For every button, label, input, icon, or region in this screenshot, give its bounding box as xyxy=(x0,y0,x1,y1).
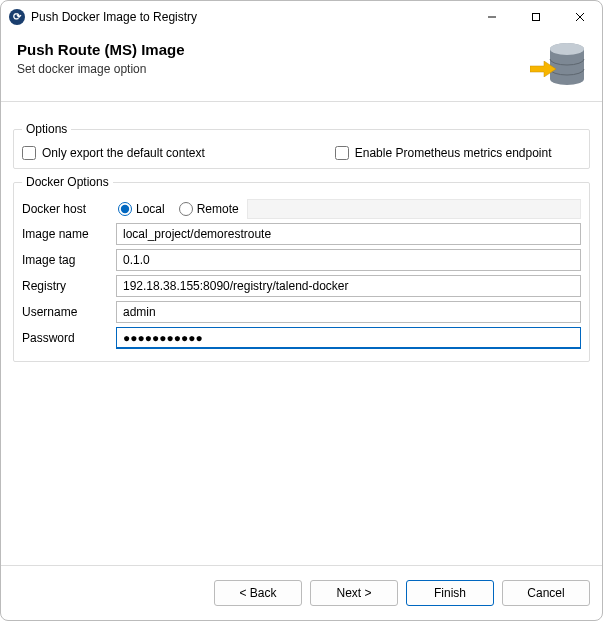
wizard-header: Push Route (MS) Image Set docker image o… xyxy=(1,33,602,102)
svg-rect-1 xyxy=(533,14,540,21)
host-remote-label[interactable]: Remote xyxy=(197,202,239,216)
only-export-label[interactable]: Only export the default context xyxy=(42,146,205,160)
image-name-input[interactable] xyxy=(116,223,581,245)
image-tag-input[interactable] xyxy=(116,249,581,271)
database-push-icon xyxy=(534,41,586,89)
password-input[interactable] xyxy=(116,327,581,349)
docker-options-group: Docker Options Docker host Local Remote … xyxy=(13,175,590,362)
svg-point-5 xyxy=(550,43,584,55)
finish-button[interactable]: Finish xyxy=(406,580,494,606)
password-label: Password xyxy=(22,331,116,345)
page-title: Push Route (MS) Image xyxy=(17,41,185,58)
close-button[interactable] xyxy=(558,2,602,32)
app-icon: ⟳ xyxy=(9,9,25,25)
image-tag-label: Image tag xyxy=(22,253,116,267)
prometheus-checkbox[interactable] xyxy=(335,146,349,160)
docker-host-label: Docker host xyxy=(22,202,116,216)
wizard-footer: < Back Next > Finish Cancel xyxy=(1,565,602,620)
registry-input[interactable] xyxy=(116,275,581,297)
maximize-button[interactable] xyxy=(514,2,558,32)
titlebar: ⟳ Push Docker Image to Registry xyxy=(1,1,602,33)
wizard-content: Options Only export the default context … xyxy=(1,102,602,565)
back-button[interactable]: < Back xyxy=(214,580,302,606)
docker-options-legend: Docker Options xyxy=(22,175,113,189)
prometheus-label[interactable]: Enable Prometheus metrics endpoint xyxy=(355,146,552,160)
page-subtitle: Set docker image option xyxy=(17,62,185,76)
host-local-label[interactable]: Local xyxy=(136,202,165,216)
host-remote-radio[interactable] xyxy=(179,202,193,216)
image-name-label: Image name xyxy=(22,227,116,241)
host-local-radio[interactable] xyxy=(118,202,132,216)
next-button[interactable]: Next > xyxy=(310,580,398,606)
username-label: Username xyxy=(22,305,116,319)
username-input[interactable] xyxy=(116,301,581,323)
registry-label: Registry xyxy=(22,279,116,293)
window-title: Push Docker Image to Registry xyxy=(31,10,197,24)
minimize-button[interactable] xyxy=(470,2,514,32)
only-export-checkbox[interactable] xyxy=(22,146,36,160)
options-group: Options Only export the default context … xyxy=(13,122,590,169)
options-legend: Options xyxy=(22,122,71,136)
cancel-button[interactable]: Cancel xyxy=(502,580,590,606)
host-extra-field xyxy=(247,199,581,219)
